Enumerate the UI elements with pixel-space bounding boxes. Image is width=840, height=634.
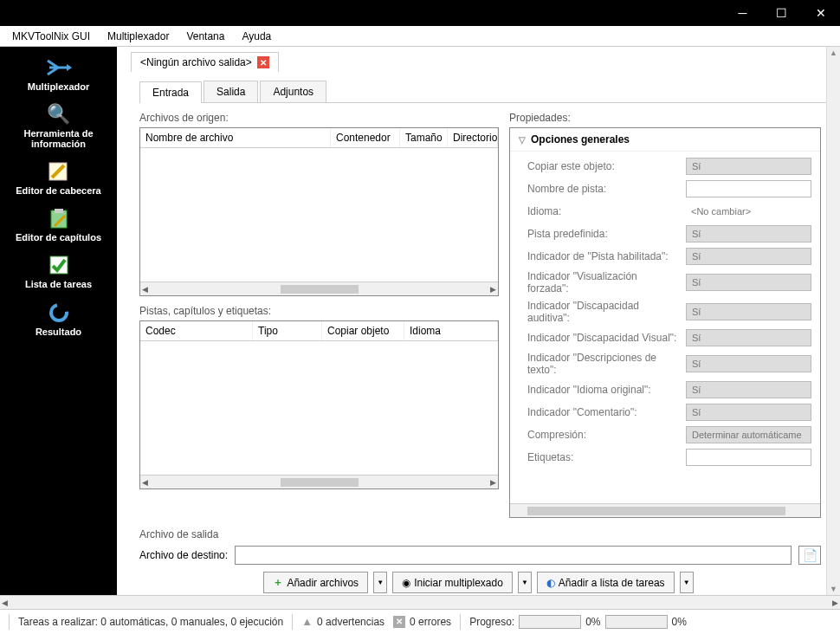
col-filename[interactable]: Nombre de archivo xyxy=(140,128,331,147)
col-language[interactable]: Idioma xyxy=(404,321,498,340)
sidebar-item-header-editor[interactable]: Editor de cabecera xyxy=(0,156,117,203)
sidebar-item-label: Editor de cabecera xyxy=(16,185,100,196)
menu-help[interactable]: Ayuda xyxy=(233,28,280,45)
sidebar-item-multiplexor[interactable]: Multiplexador xyxy=(0,52,117,99)
warning-icon: ▲ xyxy=(301,615,313,628)
progress-bar-1 xyxy=(519,615,581,629)
document-tab[interactable]: <Ningún archivo salida> ✕ xyxy=(131,52,279,72)
menu-window[interactable]: Ventana xyxy=(178,28,233,45)
output-section-label: Archivo de salida xyxy=(139,528,821,540)
col-type[interactable]: Tipo xyxy=(253,321,322,340)
property-row: Indicador "Discapacidad Visual":Sí xyxy=(510,327,820,349)
status-warnings: ▲ 0 advertencias xyxy=(301,615,384,628)
tracks-table[interactable]: Codec Tipo Copiar objeto Idioma ◀▶ xyxy=(139,320,499,489)
col-copy[interactable]: Copiar objeto xyxy=(322,321,404,340)
property-value[interactable] xyxy=(686,449,811,466)
property-row: Pista predefinida:Sí xyxy=(510,223,820,245)
sidebar-item-label: Resultado xyxy=(36,327,81,337)
add-queue-label: Añadir a lista de tareas xyxy=(559,577,665,589)
add-files-dropdown[interactable]: ▼ xyxy=(373,572,387,593)
start-mux-dropdown[interactable]: ▼ xyxy=(518,572,532,593)
add-files-button[interactable]: ＋ Añadir archivos xyxy=(263,572,368,593)
document-tab-title: <Ningún archivo salida> xyxy=(140,56,252,68)
sidebar-item-result[interactable]: Resultado xyxy=(0,297,117,344)
property-row: Etiquetas: xyxy=(510,446,820,469)
tab-adjuntos[interactable]: Adjuntos xyxy=(260,81,326,102)
maximize-button[interactable]: ☐ xyxy=(762,0,801,26)
start-mux-button[interactable]: ◉ Iniciar multiplexado xyxy=(392,572,513,593)
spinner-icon xyxy=(45,301,73,325)
vertical-scrollbar[interactable] xyxy=(826,47,840,595)
browse-output-button[interactable]: 📄 xyxy=(798,546,821,565)
content-hscroll[interactable]: ◀▶ xyxy=(0,595,840,609)
sources-table[interactable]: Nombre de archivo Contenedor Tamaño Dire… xyxy=(139,127,499,296)
properties-group-header[interactable]: ▽ Opciones generales xyxy=(510,128,820,152)
checklist-icon xyxy=(45,253,73,277)
col-size[interactable]: Tamaño xyxy=(400,128,448,147)
output-dest-input[interactable] xyxy=(235,546,792,565)
property-value[interactable]: Sí xyxy=(686,158,811,175)
property-value[interactable]: Sí xyxy=(686,274,811,291)
content-area: <Ningún archivo salida> ✕ Entrada Salida… xyxy=(117,47,840,595)
property-row: Compresión:Determinar automáticame xyxy=(510,424,820,446)
sources-label: Archivos de origen: xyxy=(139,112,499,124)
property-label: Copiar este objeto: xyxy=(527,160,679,172)
property-value[interactable]: Sí xyxy=(686,329,811,346)
sidebar-item-task-list[interactable]: Lista de tareas xyxy=(0,249,117,296)
property-value[interactable]: Sí xyxy=(686,355,811,372)
add-files-label: Añadir archivos xyxy=(287,577,359,589)
col-directory[interactable]: Directorio xyxy=(448,128,498,147)
add-queue-dropdown[interactable]: ▼ xyxy=(680,572,694,593)
start-mux-label: Iniciar multiplexado xyxy=(414,577,503,589)
menu-multiplexor[interactable]: Multiplexador xyxy=(99,28,178,45)
status-tasks: Tareas a realizar: 0 automáticas, 0 manu… xyxy=(18,616,283,628)
property-label: Indicador "Discapacidad auditiva": xyxy=(527,300,679,324)
property-value[interactable]: Sí xyxy=(686,225,811,243)
property-value[interactable]: Sí xyxy=(686,248,811,265)
status-errors: ✕ 0 errores xyxy=(393,616,451,628)
sidebar-item-label: Herramienta de información xyxy=(2,128,115,149)
property-label: Idioma: xyxy=(527,205,679,217)
property-row: Indicador de "Pista habilitada":Sí xyxy=(510,245,820,268)
property-label: Nombre de pista: xyxy=(527,183,679,195)
property-row: Nombre de pista: xyxy=(510,178,820,200)
progress-bar-2 xyxy=(605,615,668,629)
menu-app[interactable]: MKVToolNix GUI xyxy=(3,28,99,45)
tracks-body[interactable] xyxy=(140,341,498,475)
property-value[interactable]: Sí xyxy=(686,303,811,320)
property-value[interactable]: Sí xyxy=(686,404,811,421)
property-value[interactable]: Determinar automáticame xyxy=(686,426,811,443)
property-row: Indicador "Comentario":Sí xyxy=(510,401,820,424)
merge-icon xyxy=(45,55,73,80)
property-value[interactable]: Sí xyxy=(686,381,811,398)
tab-entrada[interactable]: Entrada xyxy=(139,81,202,103)
property-value[interactable]: <No cambiar> xyxy=(686,203,811,220)
magnifier-icon: 🔍 xyxy=(45,102,73,126)
property-row: Copiar este objeto:Sí xyxy=(510,155,820,178)
sources-hscroll[interactable]: ◀▶ xyxy=(140,281,498,295)
property-label: Indicador "Descripciones de texto": xyxy=(527,352,679,376)
properties-hscroll[interactable] xyxy=(510,503,820,517)
error-icon: ✕ xyxy=(393,616,405,628)
close-button[interactable]: ✕ xyxy=(801,0,840,26)
sidebar-item-info[interactable]: 🔍 Herramienta de información xyxy=(0,99,117,156)
property-row: Indicador "Discapacidad auditiva":Sí xyxy=(510,297,820,327)
property-label: Etiquetas: xyxy=(527,451,679,463)
minimize-button[interactable]: ─ xyxy=(723,0,762,26)
add-queue-button[interactable]: ◐ Añadir a lista de tareas xyxy=(537,572,675,593)
tab-salida[interactable]: Salida xyxy=(204,81,258,102)
queue-icon: ◐ xyxy=(546,577,555,589)
sidebar-item-chapter-editor[interactable]: Editor de capítulos xyxy=(0,203,117,249)
properties-panel: ▽ Opciones generales Copiar este objeto:… xyxy=(509,127,821,518)
col-codec[interactable]: Codec xyxy=(140,321,253,340)
property-label: Indicador "Comentario": xyxy=(527,406,679,418)
col-container[interactable]: Contenedor xyxy=(331,128,400,147)
svg-point-5 xyxy=(51,305,67,320)
tracks-hscroll[interactable]: ◀▶ xyxy=(140,475,498,488)
property-value[interactable] xyxy=(686,180,811,197)
sources-body[interactable] xyxy=(140,148,498,281)
property-row: Indicador "Visualización forzada":Sí xyxy=(510,268,820,297)
properties-group-title: Opciones generales xyxy=(531,133,630,146)
close-tab-icon[interactable]: ✕ xyxy=(257,56,269,68)
property-label: Indicador "Discapacidad Visual": xyxy=(527,332,679,344)
